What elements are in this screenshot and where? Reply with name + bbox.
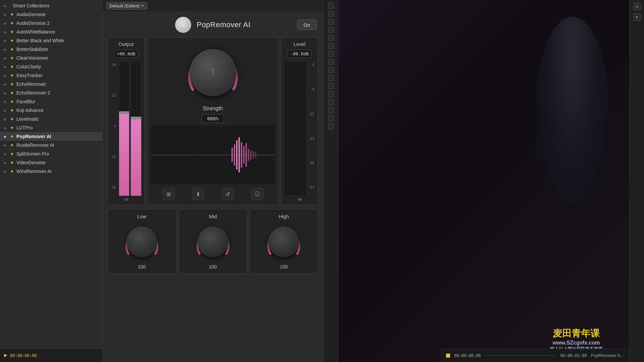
level-meter: 0 -9 -21 -33 -45 -57: [284, 61, 315, 196]
strength-knob[interactable]: [183, 43, 243, 103]
sidebar-item-splitscreen-pro[interactable]: ▶★SplitScreen Pro: [0, 149, 102, 158]
svg-rect-4: [238, 137, 240, 172]
sidebar-item-levelmatic[interactable]: ▶★Levelmatic: [0, 115, 102, 123]
sidebar-item-label: AutoWhiteBalance: [16, 29, 98, 35]
svg-rect-9: [250, 150, 252, 160]
sidebar-item-label: SplitScreen Pro: [16, 151, 98, 157]
svg-rect-7: [246, 143, 247, 167]
sidebar-item-audiodenoise-2[interactable]: ▶★AudioDenoise 2: [0, 19, 102, 27]
band-controls-row: Low 100 Mid: [108, 209, 318, 274]
chevron-icon: ▶: [4, 91, 7, 95]
sidebar-item-echoremover[interactable]: ▶★EchoRemover: [0, 80, 102, 88]
checkbox-11[interactable]: [328, 91, 334, 97]
on-button[interactable]: On: [297, 20, 317, 30]
sidebar-item-faceblur[interactable]: ▶★FaceBlur: [0, 97, 102, 106]
play-marker: [446, 354, 450, 358]
sidebar-item-betterstabilizer[interactable]: ▶★BetterStabilizer: [0, 45, 102, 54]
star-icon: ★: [10, 56, 14, 60]
checkbox-7[interactable]: [328, 59, 334, 65]
output-value: +00.0dB: [114, 50, 139, 58]
chevron-icon: ▶: [4, 74, 7, 77]
band-high-knob[interactable]: [264, 222, 304, 262]
checkbox-4[interactable]: [328, 35, 334, 41]
checkbox-6[interactable]: [328, 51, 334, 57]
waveform-display: [151, 126, 275, 184]
reset-button[interactable]: ↺: [222, 188, 234, 200]
chevron-icon: ▶: [4, 170, 7, 173]
level-bar[interactable]: [284, 61, 307, 196]
checkbox-2[interactable]: [328, 19, 334, 25]
sidebar: ▶ Smart Collections▶★AudioDenoise▶★Audio…: [0, 0, 102, 362]
info-button[interactable]: ⓘ: [251, 188, 263, 200]
star-icon: ★: [10, 108, 14, 113]
download-button[interactable]: ⬇: [192, 188, 204, 200]
checkbox-12[interactable]: [328, 99, 334, 105]
sidebar-item-rustleremover-ai[interactable]: ▶★RustleRemover AI: [0, 141, 102, 149]
sidebar-item-label: Smart Collections: [13, 3, 98, 8]
strength-panel: Strength 080%: [147, 38, 278, 205]
output-bar-left[interactable]: [119, 61, 130, 196]
band-low-label: Low: [137, 214, 147, 219]
band-low-knob-body: [126, 227, 157, 257]
sidebar-item-easytracker[interactable]: ▶★EasyTracker: [0, 71, 102, 80]
sidebar-item-popremover-ai[interactable]: ▶★PopRemover AI: [0, 132, 102, 141]
level-label: Level: [293, 41, 306, 47]
tool-button-1[interactable]: ⊡: [633, 3, 641, 10]
sidebar-item-clearvoiceover[interactable]: ▶★ClearVoiceover: [0, 54, 102, 62]
sidebar-item-label: ColorClarity: [16, 64, 98, 69]
checkbox-5[interactable]: [328, 43, 334, 49]
sidebar-item-videodenoise[interactable]: ▶★VideoDenoise: [0, 158, 102, 167]
level-value: -00.8dB: [287, 50, 312, 58]
sidebar-item-label: BetterStabilizer: [16, 47, 98, 52]
checkbox-1[interactable]: [328, 11, 334, 17]
checkbox-8[interactable]: [328, 67, 334, 73]
band-high-value: 100: [280, 264, 288, 269]
chevron-icon: ▶: [4, 39, 7, 43]
output-label: Output: [118, 41, 133, 47]
panel-top-bar: Default (Edited) ▼: [102, 0, 323, 12]
sidebar-timecode: 00:00:00:00: [10, 353, 37, 358]
checkbox-0[interactable]: [328, 3, 334, 9]
chevron-icon: ▶: [4, 135, 7, 138]
strength-value: 080%: [202, 114, 224, 123]
svg-rect-6: [243, 146, 245, 164]
sidebar-item-label: AudioDenoise 2: [16, 20, 98, 26]
checkbox-10[interactable]: [328, 83, 334, 89]
checkbox-9[interactable]: [328, 75, 334, 81]
reset-icon: ↺: [225, 191, 230, 197]
output-bar-right[interactable]: [130, 61, 142, 196]
plugin-panel: Default (Edited) ▼ ❄ PopRemover AI On Ou…: [102, 0, 324, 362]
sidebar-item-colorclarity[interactable]: ▶★ColorClarity: [0, 62, 102, 71]
checkbox-13[interactable]: [328, 107, 334, 113]
sidebar-item-windremover-ai[interactable]: ▶★WindRemover AI: [0, 167, 102, 176]
plugin-title: PopRemover AI: [197, 20, 251, 29]
band-mid-knob[interactable]: [193, 222, 233, 262]
sidebar-item-better-black-and-white[interactable]: ▶★Better Black and White: [0, 36, 102, 45]
tool-button-2[interactable]: ▼: [633, 13, 641, 21]
band-high-knob-body: [268, 227, 299, 257]
band-low-knob[interactable]: [122, 222, 162, 262]
output-panel: Output +00.0dB 24 12 0 -12 -24: [108, 38, 145, 205]
sidebar-item-smart-collections[interactable]: ▶ Smart Collections: [0, 1, 102, 10]
sidebar-item-audiodenoise[interactable]: ▶★AudioDenoise: [0, 10, 102, 19]
star-icon: ★: [10, 160, 14, 165]
level-unit: dB: [297, 197, 302, 201]
preset-label: Default (Edited): [109, 3, 140, 8]
star-icon: ★: [10, 125, 14, 130]
sidebar-item-koji-advance[interactable]: ▶★Koji Advance: [0, 106, 102, 115]
checkbox-3[interactable]: [328, 27, 334, 33]
sidebar-item-lutpro[interactable]: ▶★LUTPro: [0, 123, 102, 132]
star-icon: ★: [10, 29, 14, 34]
save-button[interactable]: ⊞: [162, 188, 174, 200]
star-icon: ★: [10, 64, 14, 69]
preset-selector[interactable]: Default (Edited) ▼: [106, 2, 147, 10]
strength-label: Strength: [203, 106, 223, 112]
checkbox-14[interactable]: [328, 115, 334, 121]
band-mid-label: Mid: [209, 214, 217, 219]
checkbox-15[interactable]: [328, 123, 334, 129]
star-icon: ★: [10, 73, 14, 78]
sidebar-item-echoremover-2[interactable]: ▶★EchoRemover 2: [0, 88, 102, 97]
sidebar-item-autowhitebalance[interactable]: ▶★AutoWhiteBalance: [0, 27, 102, 36]
chevron-icon: ▶: [4, 4, 7, 8]
chevron-icon: ▶: [4, 117, 7, 121]
